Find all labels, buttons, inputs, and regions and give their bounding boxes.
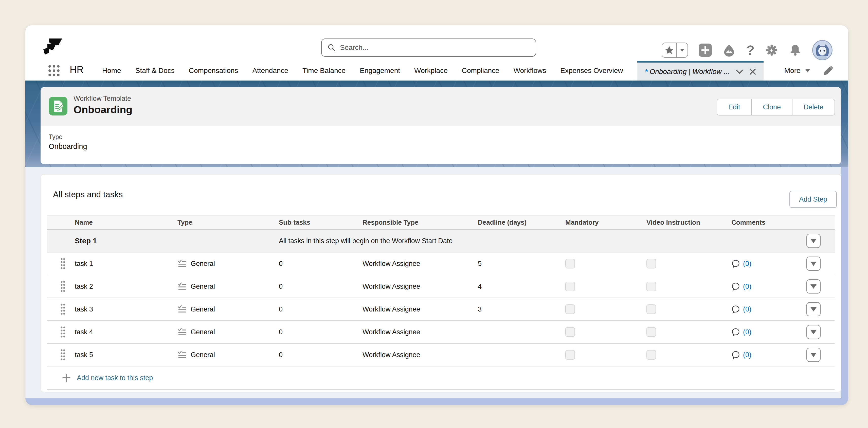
record-header-top: Workflow Template Onboarding Edit Clone … — [40, 87, 841, 126]
record-header-panel: Workflow Template Onboarding Edit Clone … — [40, 87, 841, 164]
col-comments: Comments — [731, 219, 799, 226]
guidance-center-icon[interactable] — [722, 43, 736, 57]
task-row: task 2 General 0 Workflow Assignee 4 (0) — [47, 275, 835, 298]
drag-handle-icon[interactable] — [47, 349, 75, 361]
global-add-icon[interactable] — [699, 43, 712, 57]
type-field-value: Onboarding — [49, 142, 87, 151]
comments-link[interactable]: (0) — [731, 351, 799, 359]
task-type-icon — [178, 282, 187, 291]
task-row: task 1 General 0 Workflow Assignee 5 (0) — [47, 253, 835, 275]
mandatory-checkbox[interactable] — [565, 304, 575, 314]
video-instruction-checkbox[interactable] — [646, 350, 656, 360]
task-row-menu-button[interactable] — [806, 325, 820, 339]
add-step-button[interactable]: Add Step — [789, 191, 837, 208]
comments-count[interactable]: (0) — [743, 351, 751, 359]
task-name[interactable]: task 2 — [75, 283, 178, 291]
task-name[interactable]: task 1 — [75, 260, 178, 268]
comments-link[interactable]: (0) — [731, 328, 799, 336]
tab-time-balance[interactable]: Time Balance — [303, 67, 345, 75]
task-row-menu-button[interactable] — [806, 279, 820, 294]
task-responsible: Workflow Assignee — [363, 260, 478, 268]
tab-compliance[interactable]: Compliance — [462, 67, 499, 75]
task-row-menu-button[interactable] — [806, 257, 820, 271]
vertical-scrollbar[interactable] — [841, 167, 848, 398]
more-caret-icon — [805, 69, 810, 72]
tab-compensations[interactable]: Compensations — [189, 67, 238, 75]
task-responsible: Workflow Assignee — [363, 305, 478, 313]
drag-handle-icon[interactable] — [47, 281, 75, 293]
comments-link[interactable]: (0) — [731, 305, 799, 314]
record-title: Onboarding — [73, 104, 132, 116]
task-deadline: 4 — [478, 283, 565, 291]
task-deadline: 5 — [478, 260, 565, 268]
video-instruction-checkbox[interactable] — [646, 304, 656, 314]
task-type: General — [191, 305, 215, 313]
task-row: task 5 General 0 Workflow Assignee (0) — [47, 344, 835, 366]
drag-handle-icon[interactable] — [47, 303, 75, 315]
drag-handle-icon[interactable] — [47, 326, 75, 338]
tab-chevron-icon[interactable] — [736, 69, 743, 74]
task-subtasks: 0 — [279, 283, 363, 291]
tab-expenses-overview[interactable]: Expenses Overview — [560, 67, 623, 75]
video-instruction-checkbox[interactable] — [646, 259, 656, 268]
app-window: ? — [25, 25, 848, 405]
app-launcher-waffle-icon[interactable] — [48, 65, 60, 77]
tab-staff-docs[interactable]: Staff & Docs — [135, 67, 175, 75]
header-utility-icons: ? — [662, 40, 833, 60]
favorites-split-button[interactable] — [662, 42, 688, 58]
task-type-icon — [178, 259, 187, 268]
comments-count[interactable]: (0) — [743, 328, 751, 336]
mandatory-checkbox[interactable] — [565, 259, 575, 268]
edit-pencil-icon[interactable] — [823, 66, 833, 76]
drag-handle-icon[interactable] — [47, 258, 75, 270]
comments-link[interactable]: (0) — [731, 282, 799, 291]
mandatory-checkbox[interactable] — [565, 282, 575, 291]
step-row-menu-button[interactable] — [806, 234, 820, 248]
help-icon[interactable]: ? — [746, 43, 754, 57]
mandatory-checkbox[interactable] — [565, 350, 575, 360]
video-instruction-checkbox[interactable] — [646, 282, 656, 291]
avatar[interactable] — [812, 40, 833, 60]
task-row-menu-button[interactable] — [806, 302, 820, 316]
app-name[interactable]: HR — [70, 64, 84, 75]
comments-count[interactable]: (0) — [743, 305, 751, 313]
task-name[interactable]: task 5 — [75, 351, 178, 359]
horizontal-scrollbar[interactable] — [25, 398, 848, 405]
tab-close-icon[interactable] — [749, 68, 756, 75]
favorites-star-icon[interactable] — [662, 43, 676, 57]
notifications-bell-icon[interactable] — [789, 43, 802, 57]
tab-home[interactable]: Home — [102, 67, 121, 75]
comments-link[interactable]: (0) — [731, 259, 799, 268]
task-name[interactable]: task 3 — [75, 305, 178, 313]
task-responsible: Workflow Assignee — [363, 283, 478, 291]
task-type-icon — [178, 350, 187, 359]
tab-more[interactable]: More — [778, 67, 810, 75]
delete-button[interactable]: Delete — [793, 99, 835, 115]
add-task-link[interactable]: Add new task to this step — [77, 374, 153, 382]
task-type: General — [191, 351, 215, 359]
comments-count[interactable]: (0) — [743, 260, 751, 268]
search-input[interactable] — [340, 43, 530, 52]
task-type: General — [191, 328, 215, 336]
col-subtasks: Sub-tasks — [279, 219, 363, 226]
tab-workflows[interactable]: Workflows — [514, 67, 546, 75]
comments-count[interactable]: (0) — [743, 283, 751, 291]
setup-gear-icon[interactable] — [765, 43, 778, 57]
card-title: All steps and tasks — [53, 190, 123, 199]
task-name[interactable]: task 4 — [75, 328, 178, 336]
mandatory-checkbox[interactable] — [565, 327, 575, 337]
video-instruction-checkbox[interactable] — [646, 327, 656, 337]
tab-bar: HR Home Staff & Docs Compensations Atten… — [25, 61, 848, 80]
entity-label: Workflow Template — [73, 95, 131, 103]
tab-engagement[interactable]: Engagement — [360, 67, 400, 75]
task-row-menu-button[interactable] — [806, 348, 820, 362]
tab-workplace[interactable]: Workplace — [414, 67, 448, 75]
tab-attendance[interactable]: Attendance — [252, 67, 288, 75]
edit-button[interactable]: Edit — [717, 99, 752, 115]
global-search[interactable] — [321, 38, 536, 57]
clone-button[interactable]: Clone — [752, 99, 793, 115]
col-responsible-type: Responsible Type — [363, 219, 478, 226]
step-name: Step 1 — [75, 237, 178, 245]
favorites-caret-icon[interactable] — [676, 43, 687, 57]
tab-onboarding-workflow-active[interactable]: * Onboarding | Workflow ... — [637, 61, 764, 80]
